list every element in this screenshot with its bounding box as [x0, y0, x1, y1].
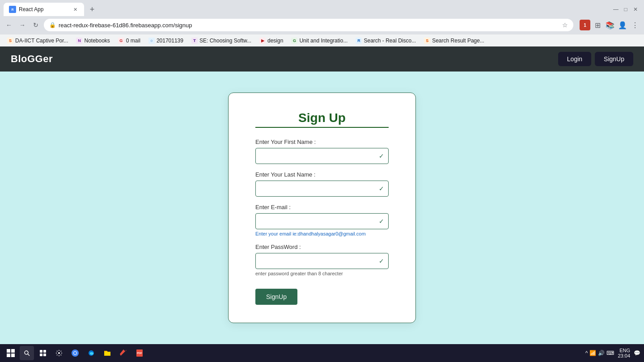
edge-taskbar-icon[interactable]	[84, 346, 98, 360]
bookmark-favicon: S	[424, 38, 430, 44]
email-label: Enter E-mail :	[255, 204, 389, 210]
taskbar-time[interactable]: ENG 23:04	[618, 348, 630, 358]
task-view-icon[interactable]	[36, 346, 50, 360]
bookmark-id[interactable]: ○ 201701139	[145, 37, 187, 45]
first-name-label: Enter Your First Name :	[255, 139, 389, 145]
navbar-actions: Login SignUp	[558, 52, 633, 66]
refresh-button[interactable]: ↻	[30, 20, 41, 30]
password-hint: enter password greater than 8 charecter	[255, 271, 389, 276]
bookmark-unit[interactable]: G Unit and Integratio...	[288, 37, 351, 45]
title-underline	[255, 127, 389, 128]
navbar: BloGGer Login SignUp	[0, 46, 644, 72]
svg-point-12	[58, 352, 60, 354]
login-button[interactable]: Login	[558, 52, 591, 66]
notifications-icon[interactable]: 💬	[634, 350, 640, 356]
last-name-check-icon: ✓	[379, 185, 384, 192]
chrome-extensions-icon[interactable]: ⊞	[592, 20, 603, 30]
extensions-icon[interactable]: 1	[580, 20, 590, 30]
password-input[interactable]	[255, 253, 389, 269]
bookmark-label: Unit and Integratio...	[299, 38, 347, 44]
toolbar-icons: 1 ⊞ 📚 👤 ⋮	[580, 20, 640, 30]
bookmark-search-real[interactable]: R Search - Real Disco...	[352, 37, 419, 45]
email-group: Enter E-mail : ✓ Enter your email ie:dha…	[255, 204, 389, 236]
svg-rect-3	[11, 349, 15, 353]
bookmark-search-result[interactable]: S Search Result Page...	[420, 37, 488, 45]
last-name-label: Enter Your Last Name :	[255, 171, 389, 178]
bookmark-label: Search Result Page...	[432, 38, 484, 44]
bookmark-notebooks[interactable]: N Notebooks	[72, 37, 113, 45]
bookmark-favicon: ○	[148, 38, 155, 44]
paint-taskbar-icon[interactable]	[116, 346, 131, 360]
back-button[interactable]: ←	[4, 20, 14, 30]
tray-chevron[interactable]: ^	[585, 350, 588, 356]
navbar-brand: BloGGer	[11, 53, 558, 65]
password-group: Enter PassWord : ✓ enter password greate…	[255, 244, 389, 276]
svg-rect-11	[43, 354, 46, 356]
signup-nav-button[interactable]: SignUp	[595, 52, 633, 66]
svg-point-6	[25, 351, 28, 354]
taskbar-right: ^ 📶 🔊 ⌨ ENG 23:04 💬	[585, 348, 640, 358]
settings-icon[interactable]: ⋮	[630, 20, 640, 30]
svg-text:R: R	[11, 8, 13, 11]
taskbar: PDF ^ 📶 🔊 ⌨ ENG 23:04 💬	[0, 344, 644, 362]
search-taskbar-icon[interactable]	[20, 346, 34, 360]
bookmark-se[interactable]: T SE: Choosing Softw...	[188, 37, 255, 45]
bookmarks-bar: S DA-IICT Captive Por... N Notebooks G 0…	[0, 34, 644, 46]
maximize-button[interactable]: □	[623, 6, 629, 13]
close-window-button[interactable]: ✕	[632, 6, 639, 13]
bookmark-favicon: G	[291, 38, 297, 44]
wifi-icon[interactable]: 📶	[589, 350, 596, 356]
system-tray-icons: ^ 📶 🔊 ⌨	[585, 350, 614, 356]
account-icon[interactable]: 👤	[617, 20, 628, 30]
svg-rect-8	[40, 350, 42, 353]
svg-text:PDF: PDF	[137, 352, 142, 354]
minimize-button[interactable]: —	[613, 6, 619, 13]
tab-favicon: R	[9, 6, 16, 13]
email-wrapper: ✓	[255, 213, 389, 229]
bookmark-favicon: N	[76, 38, 82, 44]
svg-rect-5	[11, 354, 15, 357]
url-bar[interactable]: 🔒 react-redux-firebase-61d86.firebaseapp…	[44, 19, 573, 31]
bookmark-mail[interactable]: G 0 mail	[114, 37, 144, 45]
password-check-icon: ✓	[379, 257, 384, 265]
star-icon[interactable]: ☆	[562, 21, 568, 29]
app-content: BloGGer Login SignUp Sign Up Enter Your …	[0, 46, 644, 344]
settings-taskbar-icon[interactable]	[52, 346, 66, 360]
svg-rect-2	[7, 349, 10, 353]
bookmark-design[interactable]: ▶ design	[256, 37, 287, 45]
svg-rect-9	[43, 350, 46, 353]
pdf-taskbar-icon[interactable]: PDF	[132, 346, 147, 360]
bookmarks-icon[interactable]: 📚	[605, 20, 615, 30]
window-controls: — □ ✕	[613, 6, 640, 13]
url-text: react-redux-firebase-61d86.firebaseapp.c…	[59, 22, 559, 29]
svg-point-15	[74, 352, 76, 354]
language-label: ENG	[618, 348, 630, 353]
email-check-icon: ✓	[379, 218, 384, 225]
svg-rect-10	[40, 354, 42, 356]
bookmark-favicon: ▶	[259, 38, 266, 44]
bookmark-label: 201701139	[157, 38, 183, 44]
bookmark-label: DA-IICT Captive Por...	[15, 38, 68, 44]
active-tab[interactable]: R React App ✕	[4, 3, 84, 16]
bookmark-label: 0 mail	[126, 38, 140, 44]
tab-close-icon[interactable]: ✕	[72, 6, 79, 13]
last-name-input[interactable]	[255, 181, 389, 197]
email-input[interactable]	[255, 213, 389, 229]
bookmark-da-iict[interactable]: S DA-IICT Captive Por...	[4, 37, 72, 45]
signup-card: Sign Up Enter Your First Name : ✓ Enter …	[228, 93, 416, 323]
explorer-taskbar-icon[interactable]	[100, 346, 114, 360]
chrome-taskbar-icon[interactable]	[68, 346, 82, 360]
forward-button[interactable]: →	[17, 20, 28, 30]
form-title: Sign Up	[255, 111, 389, 125]
first-name-input[interactable]	[255, 148, 389, 164]
first-name-wrapper: ✓	[255, 148, 389, 164]
main-content: Sign Up Enter Your First Name : ✓ Enter …	[0, 72, 644, 344]
new-tab-button[interactable]: +	[86, 3, 98, 16]
bookmark-favicon: R	[356, 38, 362, 44]
start-button[interactable]	[4, 346, 18, 360]
volume-icon[interactable]: 🔊	[598, 350, 605, 356]
last-name-group: Enter Your Last Name : ✓	[255, 171, 389, 197]
address-bar: ← → ↻ 🔒 react-redux-firebase-61d86.fireb…	[0, 16, 644, 34]
signup-submit-button[interactable]: SignUp	[255, 289, 297, 305]
keyboard-icon[interactable]: ⌨	[606, 350, 614, 356]
